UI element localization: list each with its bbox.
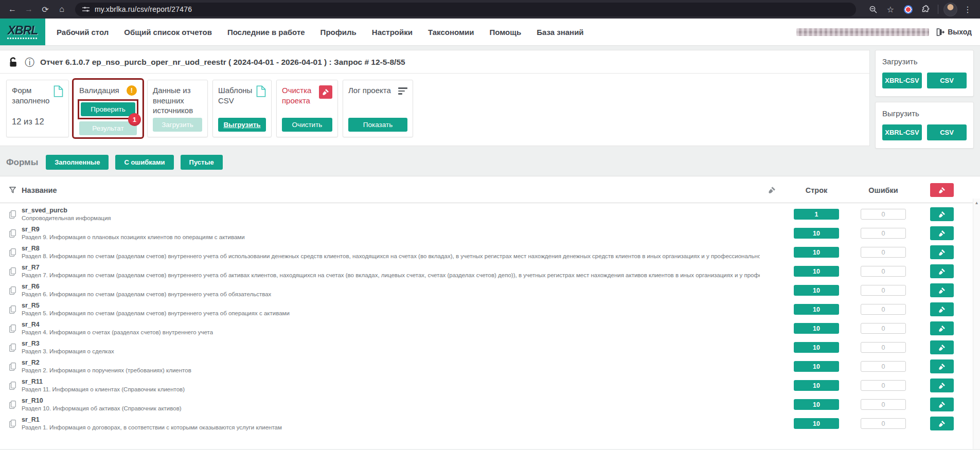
- download-xbrl-csv-button[interactable]: XBRL-CSV: [882, 124, 922, 140]
- xbrl-logo[interactable]: XBRL: [0, 19, 45, 45]
- forward-icon[interactable]: →: [22, 2, 36, 16]
- log-lines-icon: [398, 87, 407, 95]
- form-name: sr_R9: [22, 226, 245, 234]
- upload-xbrl-csv-button[interactable]: XBRL-CSV: [882, 73, 922, 88]
- nav-menu-item[interactable]: Таксономии: [428, 28, 474, 37]
- form-description: Раздел 4. Информация о счетах (разделах …: [22, 329, 213, 336]
- table-row[interactable]: sr_R11 Раздел 11. Информация о клиентах …: [0, 376, 967, 395]
- cleanup-button[interactable]: Очистить: [282, 118, 332, 132]
- form-description: Сопроводительная информация: [22, 214, 111, 222]
- column-errors-label[interactable]: Ошибки: [868, 186, 898, 194]
- site-settings-icon[interactable]: [82, 6, 90, 12]
- table-row[interactable]: sr_R7 Раздел 7. Информация по счетам (ра…: [0, 262, 967, 281]
- form-copy-icon[interactable]: [9, 305, 16, 314]
- form-copy-icon[interactable]: [9, 267, 16, 276]
- zoom-icon[interactable]: [866, 2, 880, 16]
- external-load-button[interactable]: Загрузить: [153, 118, 202, 132]
- clear-row-button[interactable]: [930, 207, 954, 221]
- form-copy-icon[interactable]: [9, 401, 16, 409]
- error-count-box: 0: [861, 304, 906, 315]
- error-count-box: 0: [861, 228, 906, 239]
- clear-row-button[interactable]: [930, 359, 954, 373]
- forms-filled-value: 12 из 12: [12, 117, 63, 127]
- nav-menu-item[interactable]: База знаний: [537, 28, 583, 37]
- clear-row-button[interactable]: [930, 340, 954, 354]
- form-copy-icon[interactable]: [9, 248, 16, 257]
- clear-row-button[interactable]: [930, 302, 954, 316]
- clear-row-button[interactable]: [930, 321, 954, 335]
- browser-menu-icon[interactable]: ⋮: [960, 2, 975, 16]
- back-icon[interactable]: ←: [5, 2, 20, 16]
- reload-icon[interactable]: ⟳: [38, 2, 52, 16]
- nav-menu-item[interactable]: Настройки: [372, 28, 413, 37]
- form-description: Раздел 6. Информация по счетам (разделам…: [22, 291, 271, 298]
- card-external-data: Данные из внешних источников Загрузить: [147, 80, 208, 137]
- form-copy-icon[interactable]: [9, 229, 16, 238]
- nav-menu-item[interactable]: Помощь: [489, 28, 521, 37]
- clear-row-button[interactable]: [930, 245, 954, 259]
- logout-button[interactable]: Выход: [936, 28, 972, 36]
- form-copy-icon[interactable]: [9, 325, 16, 333]
- forms-filter-button[interactable]: Пустые: [181, 155, 223, 170]
- table-scrollbar[interactable]: ▲: [973, 199, 980, 449]
- info-icon[interactable]: ⓘ: [25, 58, 34, 67]
- form-copy-icon[interactable]: [9, 210, 16, 219]
- clear-row-button[interactable]: [930, 226, 954, 240]
- table-row[interactable]: sr_R9 Раздел 9. Информация о плановых по…: [0, 224, 967, 243]
- clear-row-button[interactable]: [930, 283, 954, 297]
- row-count-badge: 10: [794, 323, 839, 334]
- file-icon: [54, 85, 63, 97]
- card-project-log: Лог проекта Показать: [343, 80, 413, 137]
- form-description: Раздел 2. Информация о поручениях (требо…: [22, 367, 191, 374]
- forms-filter-button[interactable]: Заполненные: [46, 155, 109, 170]
- extension-colored-icon[interactable]: [901, 2, 915, 16]
- nav-menu-item[interactable]: Общий список отчетов: [124, 28, 212, 37]
- clear-row-button[interactable]: [930, 379, 954, 392]
- table-row[interactable]: sr_R8 Раздел 8. Информация по счетам (ра…: [0, 243, 967, 262]
- log-show-button[interactable]: Показать: [348, 118, 407, 132]
- form-copy-icon[interactable]: [9, 363, 16, 371]
- form-copy-icon[interactable]: [9, 344, 16, 352]
- table-row[interactable]: sr_R10 Раздел 10. Информация об активах …: [0, 395, 967, 414]
- form-name: sr_R1: [22, 416, 282, 424]
- form-copy-icon[interactable]: [9, 286, 16, 295]
- nav-menu-item[interactable]: Рабочий стол: [57, 28, 109, 37]
- table-row[interactable]: sr_R4 Раздел 4. Информация о счетах (раз…: [0, 319, 967, 338]
- clear-row-button[interactable]: [930, 398, 954, 411]
- download-csv-button[interactable]: CSV: [927, 124, 967, 140]
- form-copy-icon[interactable]: [9, 382, 16, 390]
- extensions-puzzle-icon[interactable]: [918, 2, 933, 16]
- column-rows-label[interactable]: Строк: [806, 186, 828, 194]
- clear-row-button[interactable]: [930, 264, 954, 278]
- table-row[interactable]: sr_R5 Раздел 5. Информация по счетам (ра…: [0, 300, 967, 319]
- table-row[interactable]: sr_R3 Раздел 3. Информация о сделках 10 …: [0, 338, 967, 357]
- profile-avatar[interactable]: [943, 3, 957, 16]
- clear-row-button[interactable]: [930, 417, 954, 430]
- forms-filter-button[interactable]: С ошибками: [115, 155, 173, 170]
- form-copy-icon[interactable]: [9, 420, 16, 428]
- filter-funnel-icon[interactable]: [9, 187, 16, 193]
- templates-download-button[interactable]: Выгрузить: [218, 118, 266, 132]
- row-count-badge: 10: [794, 399, 839, 410]
- table-row[interactable]: sr_R2 Раздел 2. Информация о поручениях …: [0, 357, 967, 376]
- home-icon[interactable]: ⌂: [55, 2, 69, 16]
- nav-menu-item[interactable]: Последние в работе: [227, 28, 305, 37]
- validation-result-button[interactable]: Результат: [79, 121, 137, 135]
- clear-all-rows-button[interactable]: [930, 183, 954, 197]
- upload-csv-button[interactable]: CSV: [927, 73, 967, 88]
- table-row[interactable]: sr_R1 Раздел 1. Информация о договорах, …: [0, 414, 967, 433]
- table-row[interactable]: sr_R6 Раздел 6. Информация по счетам (ра…: [0, 281, 967, 300]
- bookmark-star-icon[interactable]: ☆: [883, 2, 898, 16]
- nav-menu-item[interactable]: Профиль: [320, 28, 357, 37]
- error-count-box: 0: [861, 209, 906, 220]
- row-count-badge: 10: [794, 247, 839, 258]
- table-row[interactable]: sr_sved_purcb Сопроводительная информаци…: [0, 205, 967, 224]
- address-bar[interactable]: my.xbrlka.ru/csv/report/27476: [75, 3, 856, 16]
- form-name: sr_R7: [22, 264, 760, 272]
- validate-button[interactable]: Проверить: [81, 102, 135, 116]
- column-name-label[interactable]: Название: [22, 186, 57, 194]
- row-count-badge: 10: [794, 228, 839, 239]
- clear-all-brush-icon[interactable]: [768, 186, 776, 194]
- scroll-up-arrow[interactable]: ▲: [973, 199, 980, 205]
- form-description: Раздел 8. Информация по счетам (разделам…: [22, 253, 760, 260]
